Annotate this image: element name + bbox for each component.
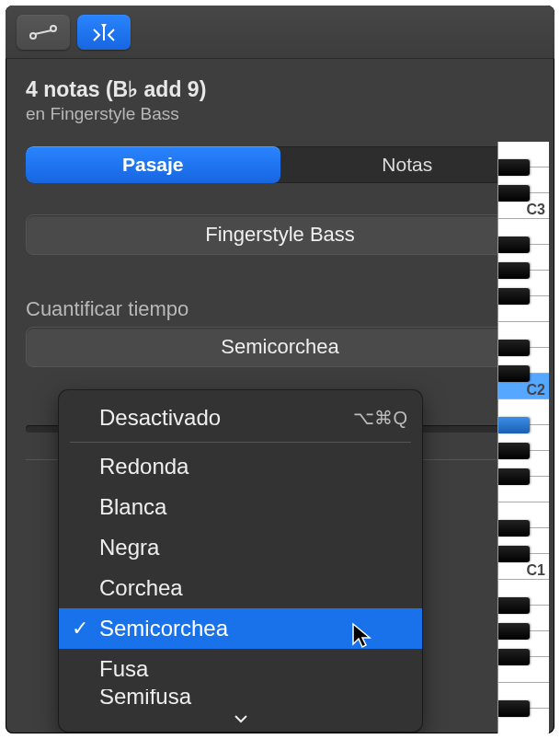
inspector-panel: 4 notas (B♭ add 9) en Fingerstyle Bass P…	[6, 6, 554, 733]
quantize-menu-item[interactable]: Corchea	[59, 568, 422, 608]
quantize-label: Cuantificar tiempo	[26, 297, 534, 321]
menu-scroll-down-icon[interactable]	[59, 710, 422, 732]
catch-playhead-button[interactable]	[77, 15, 131, 50]
svg-line-2	[35, 30, 51, 34]
selection-subtitle: en Fingerstyle Bass	[26, 104, 534, 124]
quantize-menu-item[interactable]: Negra	[59, 527, 422, 568]
quantize-menu-item[interactable]: Redonda	[59, 446, 422, 487]
shortcut-label: ⌥⌘Q	[353, 407, 407, 429]
tab-notes[interactable]: Notas	[280, 146, 535, 183]
automation-toggle-button[interactable]	[17, 15, 70, 50]
piano-keyboard[interactable]: C3 C2 C1	[497, 142, 549, 733]
quantize-menu: Desactivado ⌥⌘Q Redonda Blanca Negra Cor…	[59, 390, 422, 732]
quantize-menu-item[interactable]: Fusa	[59, 649, 422, 689]
octave-label: C3	[527, 202, 545, 218]
quantize-value: Semicorchea	[221, 335, 338, 359]
octave-label: C2	[527, 382, 545, 398]
svg-marker-4	[101, 24, 107, 29]
quantize-menu-item[interactable]: Blanca	[59, 487, 422, 527]
tab-segment: Pasaje Notas	[26, 146, 534, 183]
menu-separator	[70, 442, 411, 443]
octave-label: C1	[527, 562, 545, 579]
check-icon: ✓	[72, 617, 88, 641]
region-name-field[interactable]: Fingerstyle Bass	[26, 214, 534, 255]
quantize-menu-item-selected[interactable]: ✓ Semicorchea	[59, 608, 422, 649]
quantize-dropdown[interactable]: Semicorchea	[26, 327, 534, 367]
quantize-menu-off[interactable]: Desactivado ⌥⌘Q	[59, 398, 422, 438]
toolbar	[6, 6, 554, 59]
quantize-menu-item[interactable]: Semifusa	[59, 689, 422, 710]
tab-region[interactable]: Pasaje	[26, 146, 280, 183]
selection-title: 4 notas (B♭ add 9)	[26, 77, 534, 102]
selection-header: 4 notas (B♭ add 9) en Fingerstyle Bass	[6, 59, 554, 137]
